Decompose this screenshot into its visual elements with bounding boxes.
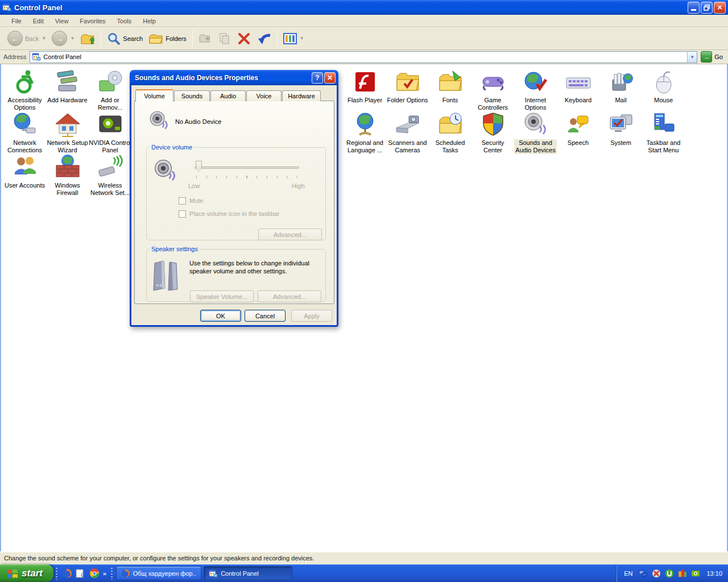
svg-text:e: e bbox=[81, 570, 84, 579]
cp-item-flash-player[interactable]: Flash Player bbox=[344, 68, 386, 111]
clock[interactable]: 13:10 bbox=[704, 570, 722, 577]
views-dropdown-icon[interactable]: ▼ bbox=[300, 36, 304, 41]
gamepad-icon bbox=[479, 68, 507, 95]
close-button[interactable]: ✕ bbox=[714, 2, 726, 14]
menu-edit[interactable]: Edit bbox=[27, 16, 49, 26]
window-titlebar[interactable]: Control Panel ✕ bbox=[0, 0, 728, 15]
forward-dropdown-icon[interactable]: ▼ bbox=[70, 36, 75, 41]
cp-item-regional-language[interactable]: Regional and Language ... bbox=[344, 111, 386, 153]
tab-volume[interactable]: Volume bbox=[135, 89, 173, 102]
tab-hardware[interactable]: Hardware bbox=[282, 90, 321, 101]
back-button[interactable]: ← Back ▼ bbox=[5, 29, 49, 48]
tab-audio[interactable]: Audio bbox=[210, 90, 246, 101]
cp-item-windows-firewall[interactable]: Windows Firewall bbox=[46, 153, 89, 196]
cp-item-add-remove-programs[interactable]: Add or Remov... bbox=[89, 68, 131, 111]
volume-tab-page: No Audio Device Device volume Low High M… bbox=[134, 101, 334, 304]
restore-button[interactable] bbox=[701, 2, 713, 14]
menu-tools[interactable]: Tools bbox=[111, 16, 138, 26]
mute-checkbox[interactable] bbox=[179, 197, 186, 205]
copy-to-button[interactable] bbox=[215, 29, 234, 48]
quicklaunch-more-chevron[interactable]: » bbox=[103, 570, 106, 577]
cp-item-mail[interactable]: Mail bbox=[599, 68, 642, 111]
undo-button[interactable] bbox=[254, 29, 274, 48]
accessibility-icon bbox=[11, 68, 39, 95]
cp-item-network-setup-wizard[interactable]: Network Setup Wizard bbox=[46, 111, 89, 153]
cp-item-system[interactable]: System bbox=[599, 111, 642, 153]
tab-voice[interactable]: Voice bbox=[246, 90, 282, 101]
cp-item-wireless-network-setup[interactable]: Wireless Network Set... bbox=[89, 153, 131, 196]
up-button[interactable] bbox=[77, 29, 98, 48]
status-text: Change the sound scheme for your compute… bbox=[4, 555, 314, 562]
tasks-grip[interactable] bbox=[111, 567, 113, 580]
cp-item-game-controllers[interactable]: Game Controllers bbox=[471, 68, 514, 111]
move-to-button[interactable] bbox=[196, 29, 215, 48]
search-button[interactable]: Search bbox=[104, 29, 146, 48]
network-tray-icon[interactable] bbox=[639, 569, 648, 578]
chrome-icon[interactable] bbox=[89, 568, 100, 579]
dialog-body: Volume Sounds Audio Voice Hardware No Au… bbox=[130, 85, 338, 327]
utorrent-tray-icon[interactable] bbox=[665, 569, 674, 578]
go-button[interactable]: → bbox=[701, 51, 712, 63]
cp-item-sounds-audio-devices[interactable]: Sounds and Audio Devices bbox=[514, 111, 557, 153]
cp-item-keyboard[interactable]: Keyboard bbox=[557, 68, 599, 111]
delete-button[interactable] bbox=[234, 29, 254, 48]
address-dropdown-button[interactable]: ▼ bbox=[687, 52, 697, 63]
cp-item-mouse[interactable]: Mouse bbox=[642, 68, 685, 111]
cp-item-scheduled-tasks[interactable]: Scheduled Tasks bbox=[429, 111, 471, 153]
apply-button[interactable]: Apply bbox=[291, 310, 332, 322]
cp-item-internet-options[interactable]: Internet Options bbox=[514, 68, 557, 111]
cp-item-taskbar-start-menu[interactable]: Taskbar and Start Menu bbox=[642, 111, 685, 153]
task-button-control-panel[interactable]: Control Panel bbox=[204, 566, 292, 580]
dialog-help-button[interactable]: ? bbox=[312, 72, 323, 84]
cp-item-scanners-cameras[interactable]: Scanners and Cameras bbox=[386, 111, 429, 153]
speaker-volume-button[interactable]: Speaker Volume... bbox=[190, 290, 254, 302]
mute-label: Mute bbox=[189, 197, 203, 204]
menu-favorites[interactable]: Favorites bbox=[74, 16, 111, 26]
views-icon bbox=[283, 33, 297, 44]
forward-button[interactable]: → ▼ bbox=[49, 29, 77, 48]
firefox-icon[interactable] bbox=[62, 568, 72, 579]
cp-item-folder-options[interactable]: Folder Options bbox=[386, 68, 429, 111]
language-indicator[interactable]: EN bbox=[624, 570, 635, 577]
address-input[interactable]: Control Panel ▼ bbox=[30, 51, 697, 63]
cp-item-accessibility-options[interactable]: Accessibility Options bbox=[3, 68, 46, 111]
menu-view[interactable]: View bbox=[49, 16, 75, 26]
muted-device-tray-icon[interactable] bbox=[652, 569, 661, 578]
cp-item-user-accounts[interactable]: User Accounts bbox=[3, 153, 46, 196]
speaker-icon bbox=[154, 159, 177, 182]
menu-file[interactable]: File bbox=[6, 16, 27, 26]
speaker-advanced-button[interactable]: Advanced... bbox=[258, 290, 321, 302]
shield-icon bbox=[479, 111, 507, 138]
task-button-firefox[interactable]: Общ хардуерен фор... bbox=[116, 566, 201, 580]
folders-button[interactable]: Folders bbox=[146, 29, 189, 48]
place-volume-icon-checkbox[interactable] bbox=[179, 210, 186, 218]
ok-button[interactable]: OK bbox=[200, 310, 241, 322]
views-button[interactable]: ▼ bbox=[280, 29, 307, 48]
start-button[interactable]: start bbox=[0, 564, 53, 582]
device-name: No Audio Device bbox=[175, 118, 221, 125]
nvidia-tray-icon[interactable] bbox=[691, 569, 700, 578]
keyboard-icon bbox=[565, 68, 592, 95]
minimize-button[interactable] bbox=[688, 2, 700, 14]
tab-sounds[interactable]: Sounds bbox=[174, 90, 210, 101]
back-dropdown-icon[interactable]: ▼ bbox=[42, 36, 46, 41]
cancel-button[interactable]: Cancel bbox=[245, 310, 286, 322]
cp-item-nvidia-control-panel[interactable]: NVIDIA Control Panel bbox=[89, 111, 131, 153]
menu-help[interactable]: Help bbox=[137, 16, 162, 26]
device-advanced-button[interactable]: Advanced... bbox=[258, 228, 322, 240]
folders-icon bbox=[148, 32, 163, 45]
up-folder-icon bbox=[80, 31, 95, 46]
internet-explorer-icon[interactable]: e bbox=[76, 568, 86, 579]
cp-item-fonts[interactable]: Fonts bbox=[429, 68, 471, 111]
volume-slider-thumb[interactable] bbox=[196, 161, 202, 172]
dialog-close-button[interactable]: ✕ bbox=[324, 72, 336, 84]
antivirus-tray-icon[interactable] bbox=[678, 569, 687, 578]
dialog-titlebar[interactable]: Sounds and Audio Devices Properties ? ✕ bbox=[130, 70, 338, 85]
volume-slider-track[interactable] bbox=[195, 167, 299, 169]
cp-item-speech[interactable]: Speech bbox=[557, 111, 599, 153]
cp-item-add-hardware[interactable]: Add Hardware bbox=[46, 68, 89, 111]
task-label: Control Panel bbox=[221, 570, 259, 577]
quicklaunch-grip[interactable] bbox=[56, 567, 57, 580]
cp-item-network-connections[interactable]: Network Connections bbox=[3, 111, 46, 153]
cp-item-security-center[interactable]: Security Center bbox=[471, 111, 514, 153]
